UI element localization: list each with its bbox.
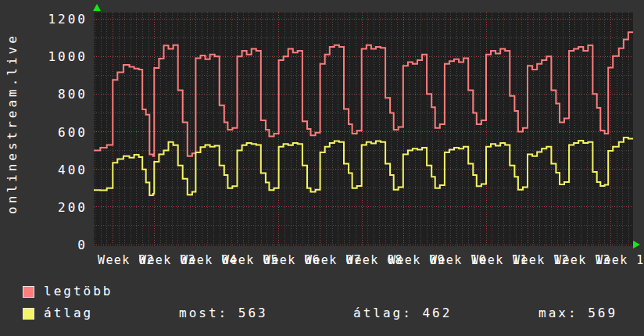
y-axis-arrow-icon [93, 4, 101, 11]
stat-most: most: 563 [179, 306, 268, 320]
graph-canvas: onlinestream.live 1200 1000 800 600 400 … [0, 0, 644, 336]
y-axis-tick: 1200 [0, 12, 88, 27]
plot-svg [94, 13, 633, 246]
legend-label-atlag: átlag [44, 306, 93, 320]
x-axis-label: Week 14 [596, 253, 644, 267]
x-axis-arrow-icon [633, 241, 640, 248]
y-axis-tick: 1000 [0, 49, 88, 64]
y-axis-tick: 200 [0, 200, 88, 215]
y-axis-tick: 800 [0, 87, 88, 102]
stat-max-value: 569 [588, 306, 617, 320]
stat-max: max: 569 [538, 306, 617, 320]
stat-atlag: átlag: 462 [353, 306, 452, 320]
legend-swatch-legtobb [23, 286, 34, 298]
stat-atlag-value: 462 [422, 306, 452, 320]
stat-most-value: 563 [238, 306, 268, 320]
y-axis-tick: 0 [0, 238, 88, 252]
legend-swatch-atlag [23, 308, 34, 320]
legend-label-legtobb: legtöbb [44, 284, 113, 298]
plot-area [94, 13, 633, 246]
stat-atlag-label: átlag: [353, 306, 413, 320]
stat-most-label: most: [179, 306, 228, 320]
y-axis-tick: 600 [0, 125, 88, 140]
y-axis-tick: 400 [0, 163, 88, 177]
stat-max-label: max: [538, 306, 578, 320]
